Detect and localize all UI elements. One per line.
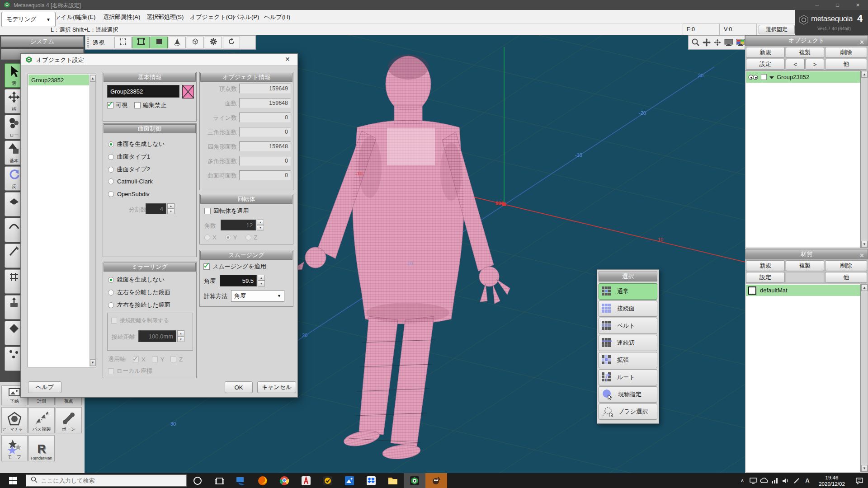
- radio-mirror-connected[interactable]: [108, 302, 114, 308]
- object-panel-header[interactable]: オブジェクト ✕: [745, 35, 868, 46]
- select-dotted-button[interactable]: [114, 37, 132, 48]
- selection-mode-normal[interactable]: 通常: [599, 283, 657, 300]
- orbit-rotate-icon[interactable]: [713, 38, 722, 47]
- surface-option-row[interactable]: 曲面を生成しない: [108, 140, 165, 148]
- smoothing-angle-spinner[interactable]: ▲▼: [258, 275, 265, 286]
- radio-opensubdiv[interactable]: [108, 191, 114, 197]
- cortana-button[interactable]: [187, 473, 208, 488]
- start-button[interactable]: [0, 473, 26, 488]
- material-other-button[interactable]: 他: [825, 272, 867, 283]
- ok-button[interactable]: OK: [225, 381, 253, 393]
- menu-object[interactable]: オブジェクト(O): [190, 13, 235, 21]
- distance-spinner[interactable]: ▲▼: [177, 330, 184, 342]
- pan-cross-icon[interactable]: [702, 38, 711, 47]
- armature-button[interactable]: アーマチャー: [1, 407, 28, 433]
- select-rect-button[interactable]: [132, 37, 150, 48]
- menu-edit[interactable]: 編集(E): [76, 13, 95, 21]
- menu-selection-proc[interactable]: 選択部処理(S): [146, 13, 184, 21]
- mirror-option-row[interactable]: 左右を接続した鏡面: [108, 301, 170, 309]
- division-field[interactable]: 4: [146, 203, 166, 214]
- tray-network-icon[interactable]: [769, 473, 780, 488]
- menu-panel[interactable]: パネル(P): [233, 13, 259, 21]
- file-explorer-icon[interactable]: [382, 473, 404, 488]
- selection-mode-route[interactable]: ルート: [599, 369, 657, 385]
- selection-lock-button[interactable]: 選択固定: [759, 25, 795, 34]
- material-panel-header[interactable]: 材質 ✕: [745, 249, 868, 259]
- material-new-button[interactable]: 新規: [746, 260, 785, 271]
- selection-mode-belt[interactable]: ベルト: [599, 318, 657, 334]
- taskbar-clock[interactable]: 19:46 2020/12/02: [813, 474, 851, 487]
- norton-icon[interactable]: [317, 473, 339, 488]
- cube-view-button[interactable]: [187, 37, 204, 48]
- distance-field[interactable]: 100.0mm: [138, 330, 176, 342]
- help-button[interactable]: ヘルプ: [28, 381, 61, 393]
- dialog-close-icon[interactable]: ✕: [285, 56, 290, 63]
- calc-method-dropdown[interactable]: 角度 ▼: [231, 290, 284, 302]
- lock-checkbox-row[interactable]: 編集禁止: [134, 101, 166, 109]
- remote-desktop-icon[interactable]: [230, 473, 252, 488]
- radio-no-mirror[interactable]: [108, 277, 114, 283]
- smoothing-apply-checkbox[interactable]: [203, 263, 210, 270]
- close-icon[interactable]: ✕: [859, 37, 864, 48]
- object-list-item[interactable]: Group23852: [746, 71, 860, 83]
- object-next-button[interactable]: >: [806, 59, 824, 70]
- object-name-field[interactable]: Group23852: [107, 85, 179, 98]
- cancel-button[interactable]: キャンセル: [257, 381, 296, 393]
- radio-surface-type2[interactable]: [108, 167, 114, 173]
- radio-mirror-separate[interactable]: [108, 290, 114, 296]
- settings-button[interactable]: [205, 37, 222, 48]
- mode-selector[interactable]: モデリング ▼: [1, 12, 56, 27]
- object-prev-button[interactable]: <: [786, 59, 805, 70]
- renderman-button[interactable]: R RenderMan: [28, 435, 55, 461]
- local-coord-checkbox[interactable]: [108, 368, 114, 374]
- lathe-axis-y-radio[interactable]: [225, 235, 231, 240]
- local-coord-row[interactable]: ローカル座標: [108, 367, 152, 375]
- material-list-item[interactable]: defaultMat: [746, 285, 860, 296]
- object-list-scrollbar[interactable]: ▲ ▼: [861, 70, 868, 248]
- bone-button[interactable]: ボーン: [56, 407, 82, 433]
- morph-button[interactable]: モーフ: [1, 435, 28, 461]
- smoothing-angle-field[interactable]: 59.5: [220, 275, 257, 286]
- toolbar-drag-handle[interactable]: [87, 38, 89, 47]
- axis-z-checkbox[interactable]: [170, 357, 176, 362]
- visible-checkbox[interactable]: [107, 102, 113, 108]
- axis-y-checkbox[interactable]: [152, 357, 158, 362]
- surface-option-row[interactable]: 曲面タイプ1: [108, 153, 150, 161]
- selection-mode-connected-face[interactable]: 接続面: [599, 300, 657, 317]
- mirror-option-row[interactable]: 鏡面を生成しない: [108, 276, 165, 284]
- material-settings-button[interactable]: 設定: [746, 272, 785, 283]
- monitor-plain-icon[interactable]: [724, 38, 734, 47]
- radio-surface-type1[interactable]: [108, 154, 114, 160]
- adobe-red-icon[interactable]: [295, 473, 317, 488]
- tray-monitor-icon[interactable]: [748, 473, 759, 488]
- lathe-angle-field[interactable]: 12: [221, 220, 256, 230]
- surface-option-row[interactable]: OpenSubdiv: [108, 191, 150, 197]
- selection-mode-pick-object[interactable]: 現物指定: [599, 386, 657, 403]
- tray-ime-indicator[interactable]: A: [802, 473, 813, 488]
- material-delete-button[interactable]: 削除: [825, 260, 867, 271]
- path-duplicate-button[interactable]: パス複製: [28, 407, 55, 433]
- lathe-angle-spinner[interactable]: ▲▼: [257, 220, 264, 230]
- monitor-color-icon[interactable]: [736, 38, 745, 47]
- firefox-icon[interactable]: [252, 473, 274, 488]
- object-other-button[interactable]: 他: [825, 59, 867, 70]
- material-duplicate-button[interactable]: 複製: [786, 260, 824, 271]
- search-input[interactable]: [41, 477, 172, 484]
- minimize-button[interactable]: ─: [807, 0, 827, 10]
- surface-option-row[interactable]: Catmull-Clark: [108, 178, 153, 185]
- selection-mode-expand[interactable]: 拡張: [599, 352, 657, 368]
- lathe-axis-x-radio[interactable]: [204, 235, 210, 240]
- division-spinner[interactable]: ▲▼: [167, 203, 175, 214]
- tray-volume-icon[interactable]: [780, 473, 791, 488]
- radio-no-surface[interactable]: [108, 141, 114, 147]
- selection-panel-header[interactable]: 選択: [599, 272, 657, 282]
- object-checkbox[interactable]: [761, 74, 767, 80]
- surface-option-row[interactable]: 曲面タイプ2: [108, 165, 150, 174]
- limit-distance-checkbox[interactable]: [111, 318, 117, 324]
- tray-pen-icon[interactable]: [791, 473, 802, 488]
- close-icon[interactable]: ✕: [859, 250, 864, 261]
- object-settings-button[interactable]: 設定: [746, 59, 785, 70]
- dialog-object-list-item[interactable]: Group23852: [28, 75, 89, 85]
- taskbar-search-box[interactable]: [26, 474, 187, 487]
- visible-checkbox-row[interactable]: 可視: [107, 101, 127, 109]
